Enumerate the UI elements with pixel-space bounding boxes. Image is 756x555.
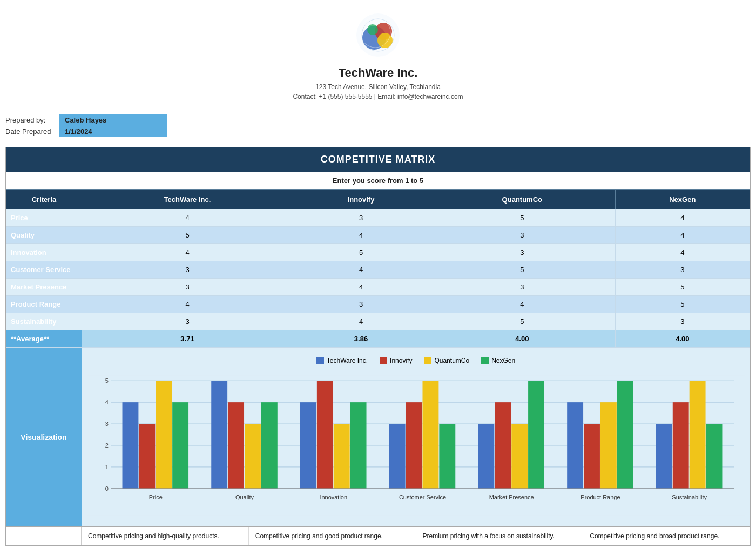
- avg-label: **Average**: [6, 330, 82, 348]
- svg-text:2: 2: [105, 442, 109, 449]
- matrix-subtitle: Enter you score from 1 to 5: [6, 172, 750, 189]
- avg-value: 4.00: [615, 330, 750, 348]
- table-row: Customer Service3453: [6, 261, 750, 279]
- note-cell: Competitive pricing and high-quality pro…: [82, 527, 249, 545]
- value-cell: 4: [615, 244, 750, 261]
- note-cell: Competitive pricing and broad product ra…: [583, 527, 750, 545]
- svg-text:Market Presence: Market Presence: [489, 494, 534, 500]
- criteria-cell: Product Range: [6, 296, 82, 313]
- svg-rect-32: [334, 424, 350, 489]
- matrix-title: COMPETITIVE MATRIX: [6, 147, 750, 172]
- col-header-criteria: Criteria: [6, 190, 82, 209]
- svg-rect-45: [567, 402, 583, 489]
- value-cell: 5: [615, 279, 750, 296]
- svg-rect-36: [406, 402, 422, 489]
- value-cell: 3: [615, 261, 750, 279]
- svg-rect-37: [422, 381, 438, 489]
- prepared-by-label: Prepared by:: [0, 114, 59, 126]
- matrix-table: Criteria TechWare Inc. Innovify QuantumC…: [6, 189, 750, 348]
- value-cell: 3: [293, 296, 429, 313]
- chart-container: TechWare Inc.InnovifyQuantumCoNexGen 012…: [82, 348, 750, 526]
- svg-text:Customer Service: Customer Service: [399, 494, 446, 500]
- legend-item: NexGen: [481, 357, 515, 364]
- notes-row: Competitive pricing and high-quality pro…: [6, 526, 750, 545]
- chart-svg: 012345PriceQualityInnovationCustomer Ser…: [87, 370, 745, 521]
- note-cell: Premium pricing with a focus on sustaina…: [416, 527, 584, 545]
- col-header-nexgen: NexGen: [615, 190, 750, 209]
- value-cell: 5: [429, 209, 616, 227]
- criteria-cell: Customer Service: [6, 261, 82, 279]
- svg-text:Price: Price: [149, 494, 163, 500]
- value-cell: 3: [429, 279, 616, 296]
- visualization-label: Visualization: [6, 348, 82, 526]
- value-cell: 4: [82, 296, 293, 313]
- logo-icon: [354, 11, 402, 59]
- value-cell: 3: [293, 209, 429, 227]
- svg-rect-52: [690, 381, 706, 489]
- svg-point-4: [367, 24, 378, 35]
- criteria-cell: Sustainability: [6, 313, 82, 330]
- table-row: Price4354: [6, 209, 750, 227]
- svg-text:Product Range: Product Range: [580, 494, 620, 500]
- criteria-cell: Innovation: [6, 244, 82, 261]
- table-row: Market Presence3435: [6, 279, 750, 296]
- legend-label: Innovify: [390, 357, 412, 364]
- col-header-innovify: Innovify: [293, 190, 429, 209]
- value-cell: 4: [82, 244, 293, 261]
- company-address: 123 Tech Avenue, Silicon Valley, Techlan…: [0, 82, 756, 101]
- notes-spacer: [6, 527, 82, 545]
- svg-text:0: 0: [105, 485, 109, 492]
- value-cell: 4: [293, 261, 429, 279]
- svg-text:4: 4: [105, 399, 109, 405]
- meta-info: Prepared by: Caleb Hayes Date Prepared 1…: [0, 114, 167, 137]
- criteria-cell: Price: [6, 209, 82, 227]
- value-cell: 3: [429, 244, 616, 261]
- note-cell: Competitive pricing and good product ran…: [249, 527, 416, 545]
- avg-value: 4.00: [429, 330, 616, 348]
- legend-color-box: [481, 357, 489, 364]
- col-header-techware: TechWare Inc.: [82, 190, 293, 209]
- svg-text:5: 5: [105, 377, 109, 384]
- company-name: TechWare Inc.: [0, 66, 756, 80]
- visualization-row: Visualization TechWare Inc.InnovifyQuant…: [6, 348, 750, 526]
- value-cell: 4: [293, 227, 429, 244]
- svg-rect-30: [300, 402, 316, 489]
- value-cell: 5: [82, 227, 293, 244]
- date-label: Date Prepared: [0, 126, 59, 137]
- svg-rect-20: [123, 402, 139, 489]
- legend-label: QuantumCo: [434, 357, 469, 364]
- value-cell: 3: [429, 227, 616, 244]
- table-row: Innovation4534: [6, 244, 750, 261]
- svg-rect-48: [617, 381, 633, 489]
- svg-rect-53: [706, 424, 723, 489]
- competitive-matrix: COMPETITIVE MATRIX Enter you score from …: [5, 147, 751, 546]
- prepared-by-value: Caleb Hayes: [59, 114, 167, 126]
- svg-rect-40: [478, 424, 494, 489]
- value-cell: 3: [82, 279, 293, 296]
- value-cell: 3: [615, 313, 750, 330]
- svg-rect-22: [156, 381, 172, 489]
- table-row: Quality5434: [6, 227, 750, 244]
- legend-item: TechWare Inc.: [316, 357, 368, 364]
- svg-rect-38: [439, 424, 455, 489]
- value-cell: 5: [615, 296, 750, 313]
- legend-item: Innovify: [380, 357, 412, 364]
- svg-rect-47: [600, 402, 617, 489]
- legend-color-box: [316, 357, 324, 364]
- svg-text:1: 1: [105, 464, 109, 470]
- table-row: Product Range4345: [6, 296, 750, 313]
- value-cell: 4: [429, 296, 616, 313]
- legend-item: QuantumCo: [424, 357, 469, 364]
- value-cell: 4: [615, 227, 750, 244]
- svg-text:Innovation: Innovation: [320, 494, 347, 500]
- legend-color-box: [380, 357, 387, 364]
- legend-label: TechWare Inc.: [327, 357, 368, 364]
- table-row: Sustainability3453: [6, 313, 750, 330]
- criteria-cell: Quality: [6, 227, 82, 244]
- avg-value: 3.86: [293, 330, 429, 348]
- value-cell: 4: [615, 209, 750, 227]
- svg-rect-26: [228, 402, 244, 489]
- svg-rect-27: [245, 424, 261, 489]
- svg-rect-51: [673, 402, 689, 489]
- value-cell: 3: [82, 313, 293, 330]
